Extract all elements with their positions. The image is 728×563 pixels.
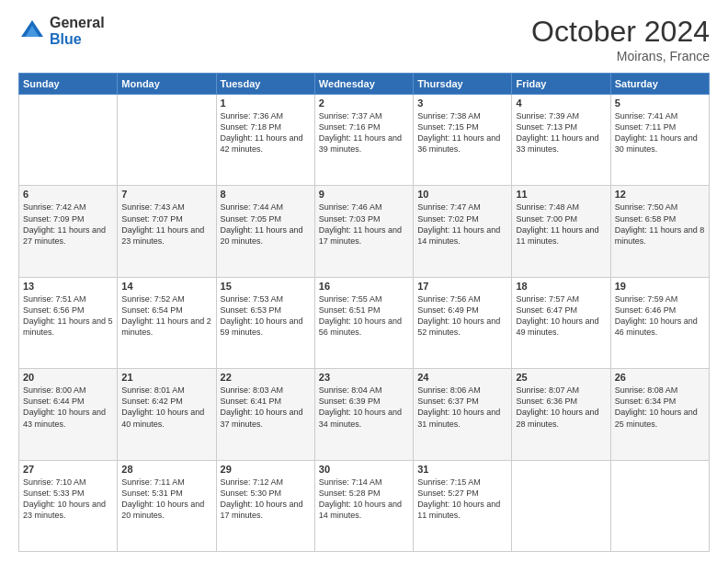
day-cell: 21Sunrise: 8:01 AM Sunset: 6:42 PM Dayli… xyxy=(118,369,216,460)
day-number: 5 xyxy=(615,98,705,109)
cell-info: Sunrise: 7:51 AM Sunset: 6:56 PM Dayligh… xyxy=(23,293,113,339)
day-cell: 3Sunrise: 7:38 AM Sunset: 7:15 PM Daylig… xyxy=(414,95,512,186)
cell-info: Sunrise: 8:04 AM Sunset: 6:39 PM Dayligh… xyxy=(319,385,409,430)
logo: General Blue xyxy=(18,15,105,47)
day-cell: 30Sunrise: 7:14 AM Sunset: 5:28 PM Dayli… xyxy=(314,460,413,551)
day-number: 11 xyxy=(516,189,606,200)
day-cell: 22Sunrise: 8:03 AM Sunset: 6:41 PM Dayli… xyxy=(216,369,314,460)
day-number: 10 xyxy=(417,189,507,200)
week-row-1: 6Sunrise: 7:42 AM Sunset: 7:09 PM Daylig… xyxy=(19,186,710,277)
cell-info: Sunrise: 8:06 AM Sunset: 6:37 PM Dayligh… xyxy=(417,385,507,430)
day-cell: 23Sunrise: 8:04 AM Sunset: 6:39 PM Dayli… xyxy=(314,369,413,460)
day-cell: 2Sunrise: 7:37 AM Sunset: 7:16 PM Daylig… xyxy=(314,95,413,186)
day-number: 23 xyxy=(319,372,409,383)
col-header-thursday: Thursday xyxy=(414,74,512,95)
day-cell: 6Sunrise: 7:42 AM Sunset: 7:09 PM Daylig… xyxy=(19,186,118,277)
cell-info: Sunrise: 7:53 AM Sunset: 6:53 PM Dayligh… xyxy=(221,293,311,339)
day-number: 2 xyxy=(319,98,409,109)
header: General Blue October 2024 Moirans, Franc… xyxy=(18,15,710,63)
day-number: 21 xyxy=(121,372,211,383)
day-cell: 7Sunrise: 7:43 AM Sunset: 7:07 PM Daylig… xyxy=(118,186,216,277)
cell-info: Sunrise: 7:39 AM Sunset: 7:13 PM Dayligh… xyxy=(516,110,606,155)
location: Moirans, France xyxy=(531,49,710,63)
day-number: 22 xyxy=(221,372,311,383)
day-cell: 1Sunrise: 7:36 AM Sunset: 7:18 PM Daylig… xyxy=(216,95,314,186)
cell-info: Sunrise: 7:52 AM Sunset: 6:54 PM Dayligh… xyxy=(121,293,211,339)
day-cell: 16Sunrise: 7:55 AM Sunset: 6:51 PM Dayli… xyxy=(314,277,413,368)
col-header-wednesday: Wednesday xyxy=(314,74,413,95)
day-cell: 31Sunrise: 7:15 AM Sunset: 5:27 PM Dayli… xyxy=(414,460,512,551)
day-cell xyxy=(118,95,216,186)
cell-info: Sunrise: 8:08 AM Sunset: 6:34 PM Dayligh… xyxy=(615,385,705,430)
cell-info: Sunrise: 7:11 AM Sunset: 5:31 PM Dayligh… xyxy=(121,477,211,522)
day-number: 7 xyxy=(121,189,211,200)
month-title: October 2024 xyxy=(531,15,710,49)
day-cell: 19Sunrise: 7:59 AM Sunset: 6:46 PM Dayli… xyxy=(610,277,709,368)
day-cell: 29Sunrise: 7:12 AM Sunset: 5:30 PM Dayli… xyxy=(216,460,314,551)
day-number: 8 xyxy=(221,189,311,200)
day-number: 25 xyxy=(516,372,606,383)
day-cell: 20Sunrise: 8:00 AM Sunset: 6:44 PM Dayli… xyxy=(19,369,118,460)
logo-general-text: General xyxy=(50,15,105,31)
cell-info: Sunrise: 7:59 AM Sunset: 6:46 PM Dayligh… xyxy=(615,293,705,339)
day-number: 17 xyxy=(417,281,507,292)
day-cell: 4Sunrise: 7:39 AM Sunset: 7:13 PM Daylig… xyxy=(512,95,610,186)
col-header-tuesday: Tuesday xyxy=(216,74,314,95)
col-header-sunday: Sunday xyxy=(19,74,118,95)
calendar-table: SundayMondayTuesdayWednesdayThursdayFrid… xyxy=(18,73,710,552)
day-number: 12 xyxy=(615,189,705,200)
day-number: 27 xyxy=(23,464,113,475)
logo-blue-text: Blue xyxy=(50,31,105,48)
cell-info: Sunrise: 8:00 AM Sunset: 6:44 PM Dayligh… xyxy=(23,385,113,430)
cell-info: Sunrise: 7:48 AM Sunset: 7:00 PM Dayligh… xyxy=(516,201,606,247)
cell-info: Sunrise: 7:36 AM Sunset: 7:18 PM Dayligh… xyxy=(221,110,311,155)
day-number: 29 xyxy=(221,464,311,475)
cell-info: Sunrise: 7:50 AM Sunset: 6:58 PM Dayligh… xyxy=(615,201,705,247)
day-cell: 5Sunrise: 7:41 AM Sunset: 7:11 PM Daylig… xyxy=(610,95,709,186)
day-cell: 26Sunrise: 8:08 AM Sunset: 6:34 PM Dayli… xyxy=(610,369,709,460)
week-row-0: 1Sunrise: 7:36 AM Sunset: 7:18 PM Daylig… xyxy=(19,95,710,186)
day-cell: 15Sunrise: 7:53 AM Sunset: 6:53 PM Dayli… xyxy=(216,277,314,368)
cell-info: Sunrise: 8:03 AM Sunset: 6:41 PM Dayligh… xyxy=(221,385,311,430)
day-number: 20 xyxy=(23,372,113,383)
cell-info: Sunrise: 7:38 AM Sunset: 7:15 PM Dayligh… xyxy=(417,110,507,155)
day-number: 16 xyxy=(319,281,409,292)
day-number: 1 xyxy=(221,98,311,109)
title-area: October 2024 Moirans, France xyxy=(531,15,710,63)
cell-info: Sunrise: 8:07 AM Sunset: 6:36 PM Dayligh… xyxy=(516,385,606,430)
day-cell xyxy=(512,460,610,551)
cell-info: Sunrise: 7:41 AM Sunset: 7:11 PM Dayligh… xyxy=(615,110,705,155)
cell-info: Sunrise: 7:15 AM Sunset: 5:27 PM Dayligh… xyxy=(417,477,507,522)
logo-text: General Blue xyxy=(50,15,105,47)
day-cell: 12Sunrise: 7:50 AM Sunset: 6:58 PM Dayli… xyxy=(610,186,709,277)
col-header-saturday: Saturday xyxy=(610,74,709,95)
cell-info: Sunrise: 7:44 AM Sunset: 7:05 PM Dayligh… xyxy=(221,201,311,247)
cell-info: Sunrise: 7:37 AM Sunset: 7:16 PM Dayligh… xyxy=(319,110,409,155)
cell-info: Sunrise: 8:01 AM Sunset: 6:42 PM Dayligh… xyxy=(121,385,211,430)
cell-info: Sunrise: 7:42 AM Sunset: 7:09 PM Dayligh… xyxy=(23,201,113,247)
day-number: 28 xyxy=(121,464,211,475)
day-cell: 9Sunrise: 7:46 AM Sunset: 7:03 PM Daylig… xyxy=(314,186,413,277)
day-number: 18 xyxy=(516,281,606,292)
day-cell: 10Sunrise: 7:47 AM Sunset: 7:02 PM Dayli… xyxy=(414,186,512,277)
header-row: SundayMondayTuesdayWednesdayThursdayFrid… xyxy=(19,74,710,95)
day-number: 9 xyxy=(319,189,409,200)
day-cell: 11Sunrise: 7:48 AM Sunset: 7:00 PM Dayli… xyxy=(512,186,610,277)
day-cell: 8Sunrise: 7:44 AM Sunset: 7:05 PM Daylig… xyxy=(216,186,314,277)
cell-info: Sunrise: 7:56 AM Sunset: 6:49 PM Dayligh… xyxy=(417,293,507,339)
week-row-3: 20Sunrise: 8:00 AM Sunset: 6:44 PM Dayli… xyxy=(19,369,710,460)
day-number: 4 xyxy=(516,98,606,109)
page: General Blue October 2024 Moirans, Franc… xyxy=(0,0,728,563)
day-cell: 17Sunrise: 7:56 AM Sunset: 6:49 PM Dayli… xyxy=(414,277,512,368)
day-number: 13 xyxy=(23,281,113,292)
day-number: 15 xyxy=(221,281,311,292)
day-number: 14 xyxy=(121,281,211,292)
cell-info: Sunrise: 7:10 AM Sunset: 5:33 PM Dayligh… xyxy=(23,477,113,522)
cell-info: Sunrise: 7:12 AM Sunset: 5:30 PM Dayligh… xyxy=(221,477,311,522)
day-cell: 13Sunrise: 7:51 AM Sunset: 6:56 PM Dayli… xyxy=(19,277,118,368)
cell-info: Sunrise: 7:55 AM Sunset: 6:51 PM Dayligh… xyxy=(319,293,409,339)
day-number: 3 xyxy=(417,98,507,109)
day-cell xyxy=(610,460,709,551)
day-number: 24 xyxy=(417,372,507,383)
cell-info: Sunrise: 7:43 AM Sunset: 7:07 PM Dayligh… xyxy=(121,201,211,247)
